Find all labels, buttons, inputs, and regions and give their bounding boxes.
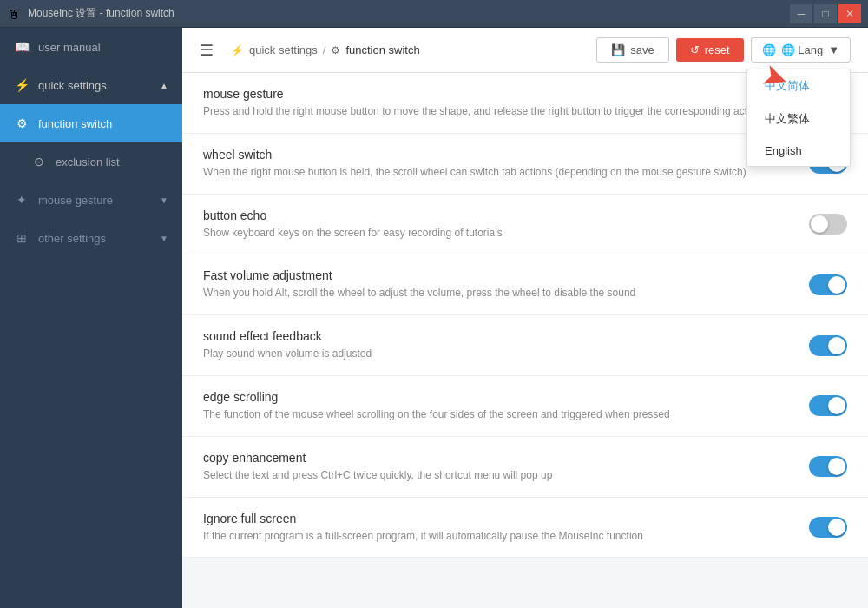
- reset-button[interactable]: ↺ reset: [676, 38, 744, 62]
- setting-desc: If the current program is a full-screen …: [203, 529, 792, 544]
- title-bar: 🖱 MouseInc 设置 - function switch ─ □ ✕: [0, 0, 868, 28]
- close-button[interactable]: ✕: [838, 4, 861, 23]
- title-bar-text: MouseInc 设置 - function switch: [28, 6, 790, 21]
- save-label: save: [630, 43, 654, 56]
- setting-title: button echo: [203, 208, 792, 222]
- setting-desc: Play sound when volume is adjusted: [203, 347, 792, 361]
- lang-arrow-icon: ▼: [828, 43, 839, 56]
- lang-option-zh-hans[interactable]: 中文简体: [747, 69, 850, 102]
- chevron-down-icon: ▼: [160, 195, 168, 205]
- sidebar-item-quick-settings[interactable]: ⚡ quick settings ▲: [0, 66, 182, 104]
- toggle-button-echo[interactable]: [809, 214, 847, 235]
- chevron-down-icon2: ▼: [160, 234, 168, 243]
- topbar: ☰ ⚡ quick settings / ⚙ function switch 💾…: [182, 28, 868, 73]
- setting-desc: Show keyboard keys on the screen for eas…: [203, 226, 792, 241]
- app-icon: 🖱: [7, 7, 21, 21]
- circle-icon: ⊙: [31, 155, 47, 169]
- setting-desc: The function of the mouse wheel scrollin…: [203, 407, 792, 422]
- minimize-button[interactable]: ─: [790, 4, 812, 23]
- setting-desc: When the right mouse button is held, the…: [203, 165, 792, 180]
- setting-row-edge-scrolling: edge scrolling The function of the mouse…: [182, 376, 868, 437]
- hamburger-icon[interactable]: ☰: [200, 41, 214, 60]
- sidebar-item-other-settings[interactable]: ⊞ other settings ▼: [0, 219, 182, 257]
- setting-title: copy enhancement: [203, 451, 792, 465]
- breadcrumb-item-1: quick settings: [249, 43, 318, 56]
- breadcrumb-item-2: function switch: [345, 43, 419, 56]
- book-icon: 📖: [14, 40, 30, 54]
- topbar-actions: 💾 save ↺ reset 🌐 🌐 Lang ▼ 中文简体 中文繁体: [596, 37, 851, 63]
- save-icon: 💾: [611, 43, 625, 56]
- grid-icon: ⊞: [14, 231, 30, 245]
- sidebar-item-mouse-gesture[interactable]: ✦ mouse gesture ▼: [0, 181, 182, 219]
- sidebar-item-user-manual[interactable]: 📖 user manual: [0, 28, 182, 66]
- sidebar-label: user manual: [38, 41, 101, 54]
- gear-icon: ⚙: [14, 116, 30, 130]
- chevron-up-icon: ▲: [160, 81, 168, 90]
- save-button[interactable]: 💾 save: [596, 37, 668, 63]
- globe-icon: 🌐: [762, 43, 776, 56]
- lang-option-zh-hant[interactable]: 中文繁体: [747, 102, 850, 135]
- lang-label: 🌐 Lang: [781, 43, 824, 56]
- toggle-fast-volume[interactable]: [809, 274, 847, 295]
- lang-dropdown: 中文简体 中文繁体 English: [746, 69, 851, 167]
- toggle-copy-enhancement[interactable]: [809, 456, 847, 477]
- sidebar: 📖 user manual ⚡ quick settings ▲ ⚙ funct…: [0, 28, 182, 608]
- sidebar-label: mouse gesture: [38, 194, 113, 207]
- setting-desc: Select the text and press Ctrl+C twice q…: [203, 468, 792, 483]
- breadcrumb-flash-icon: ⚡: [231, 44, 244, 56]
- sidebar-label: exclusion list: [56, 155, 120, 169]
- setting-title: Ignore full screen: [203, 512, 792, 525]
- reset-icon: ↺: [690, 43, 700, 56]
- sidebar-label: quick settings: [38, 79, 107, 92]
- flash-icon: ⚡: [14, 78, 30, 92]
- setting-desc: When you hold Alt, scroll the wheel to a…: [203, 286, 792, 301]
- lang-option-en[interactable]: English: [747, 135, 850, 166]
- setting-row-sound-effect: sound effect feedback Play sound when vo…: [182, 315, 868, 376]
- breadcrumb-gear-icon: ⚙: [331, 44, 340, 56]
- setting-row-copy-enhancement: copy enhancement Select the text and pre…: [182, 437, 868, 498]
- sidebar-item-exclusion-list[interactable]: ⊙ exclusion list: [0, 142, 182, 181]
- setting-title: sound effect feedback: [203, 329, 792, 343]
- setting-row-ignore-fullscreen: Ignore full screen If the current progra…: [182, 498, 868, 558]
- maximize-button[interactable]: □: [814, 4, 837, 23]
- breadcrumb: ⚡ quick settings / ⚙ function switch: [231, 43, 586, 56]
- setting-title: wheel switch: [203, 148, 792, 162]
- sidebar-label: function switch: [38, 117, 112, 130]
- lang-button[interactable]: 🌐 🌐 Lang ▼: [751, 37, 851, 63]
- setting-row-button-echo: button echo Show keyboard keys on the sc…: [182, 195, 868, 255]
- setting-row-fast-volume: Fast volume adjustment When you hold Alt…: [182, 254, 868, 315]
- setting-desc: Press and hold the right mouse button to…: [203, 104, 830, 119]
- setting-title: mouse gesture: [203, 87, 830, 101]
- sidebar-item-function-switch[interactable]: ⚙ function switch: [0, 104, 182, 142]
- toggle-sound-effect[interactable]: [809, 335, 847, 356]
- cursor-icon: ✦: [14, 193, 30, 207]
- sidebar-label: other settings: [38, 232, 106, 245]
- toggle-edge-scrolling[interactable]: [809, 395, 847, 416]
- setting-title: edge scrolling: [203, 390, 792, 404]
- toggle-ignore-fullscreen[interactable]: [809, 517, 847, 538]
- breadcrumb-separator: /: [323, 43, 326, 56]
- setting-title: Fast volume adjustment: [203, 268, 792, 282]
- reset-label: reset: [705, 43, 730, 56]
